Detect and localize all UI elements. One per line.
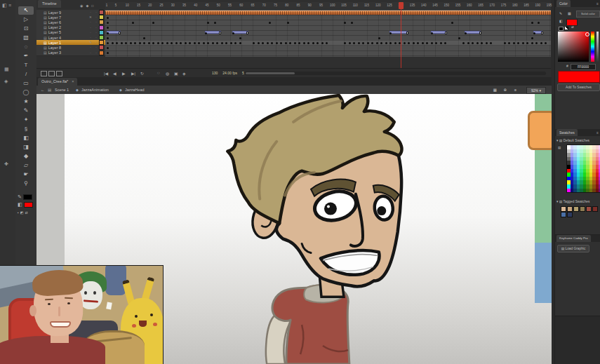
keyframe-dot[interactable]	[121, 42, 123, 44]
timeline-h-scrollbar-thumb[interactable]	[246, 72, 295, 74]
collapse-panels-icon[interactable]: ◧	[2, 3, 7, 8]
eyedropper-tool[interactable]: ◆	[18, 152, 34, 161]
gradient-transform-tool[interactable]: ▧	[18, 34, 34, 42]
layer-outline-color[interactable]	[99, 25, 104, 30]
frame-row[interactable]	[105, 50, 551, 56]
frame-rate-value[interactable]: 24.00 fps	[222, 71, 237, 75]
default-swatches-grid[interactable]	[566, 144, 600, 193]
layer-visibility-dot[interactable]: ·	[88, 26, 93, 29]
swap-colors-icon[interactable]: ⇄	[571, 25, 574, 29]
playhead-handle[interactable]	[399, 2, 404, 9]
keyframe-dot[interactable]	[444, 42, 446, 44]
stroke-color-control[interactable]: ✎	[18, 194, 34, 200]
color-default-swap-controls[interactable]: ▪ ◩ ⇄	[18, 209, 34, 215]
load-graphic-button[interactable]: ▤ Load Graphic	[557, 245, 589, 252]
keyframe-dot[interactable]	[198, 42, 200, 44]
eraser-tool[interactable]: ▱	[18, 161, 34, 170]
hue-slider[interactable]	[591, 32, 594, 62]
keyframe-dot[interactable]	[531, 42, 533, 44]
onion-skin-icon[interactable]: ◍	[166, 71, 169, 76]
keyframe-dot[interactable]	[358, 42, 360, 44]
keyframe-dot[interactable]	[408, 42, 410, 44]
layer-visibility-headers[interactable]: ◉◆□	[80, 4, 104, 8]
keyframe-dot[interactable]	[431, 32, 433, 34]
keyframe-dot[interactable]	[490, 42, 492, 44]
rectangle-tool[interactable]: ▭	[18, 79, 34, 88]
swatch-rail-icon[interactable]: ▤	[558, 146, 561, 149]
keyframe-dot[interactable]	[232, 32, 234, 34]
keyframe-dot[interactable]	[367, 42, 369, 44]
free-transform-tool[interactable]: ⊡	[18, 25, 34, 33]
tagged-swatch[interactable]	[561, 212, 566, 217]
layer-name[interactable]: Layer 6	[48, 20, 88, 25]
keyframe-dot[interactable]	[276, 42, 278, 44]
keyframe-dot[interactable]	[112, 42, 114, 44]
tagged-swatch[interactable]	[567, 206, 573, 212]
docked-panel-icon-1[interactable]: ▦	[4, 67, 9, 72]
keyframe-dot[interactable]	[321, 42, 324, 44]
keyframe-dot[interactable]	[404, 42, 406, 44]
keyframe-dot[interactable]	[312, 42, 314, 44]
layer-visibility-dot[interactable]: ✎	[88, 41, 93, 44]
playback-icon[interactable]: |◀	[104, 71, 108, 76]
keyframe-dot[interactable]	[134, 42, 136, 44]
keyframe-dot[interactable]	[531, 22, 533, 24]
keyframe-dot[interactable]	[171, 42, 173, 44]
layer-name[interactable]: Layer 2	[48, 25, 88, 29]
delete-layer-button[interactable]	[56, 71, 62, 76]
onion-skin-icon[interactable]: ▣	[174, 71, 178, 76]
layer-name[interactable]: Layer 5	[48, 30, 88, 34]
saturation-cursor[interactable]	[585, 32, 589, 36]
zoom-tool[interactable]: ⚲	[18, 180, 34, 188]
keyframe-dot[interactable]	[253, 42, 255, 44]
keyframe-dot[interactable]	[504, 42, 506, 44]
keyframe-dot[interactable]	[298, 42, 300, 44]
chevron-down-icon[interactable]: ▾	[556, 200, 558, 203]
tween-span[interactable]	[465, 31, 481, 34]
back-icon[interactable]: ←	[41, 86, 45, 94]
no-color-chip[interactable]	[565, 27, 568, 29]
keyframe-dot[interactable]	[440, 42, 442, 44]
keyframe-dot[interactable]	[285, 42, 287, 44]
keyframe-dot[interactable]	[225, 42, 227, 44]
keyframe-dot[interactable]	[526, 42, 528, 44]
layer-outline-color[interactable]	[99, 10, 104, 15]
keyframe-dot[interactable]	[148, 42, 150, 44]
keyframe-dot[interactable]	[212, 42, 214, 44]
keyframe-dot[interactable]	[376, 42, 378, 44]
keyframe-dot[interactable]	[517, 42, 519, 44]
lasso-tool[interactable]: ◌	[18, 43, 34, 51]
keyframe-dot[interactable]	[239, 42, 241, 44]
tween-span[interactable]	[431, 31, 447, 34]
keyframe-dot[interactable]	[203, 42, 205, 44]
line-tool[interactable]: /	[18, 70, 34, 79]
selection-tool[interactable]: ↖	[18, 6, 34, 15]
paint-bucket-tool[interactable]: ◧	[18, 134, 34, 142]
keyframe-dot[interactable]	[139, 42, 141, 44]
keyframe-dot[interactable]	[465, 32, 467, 34]
panel-menu-icon[interactable]: ≡	[596, 1, 599, 6]
layer-lock-dot[interactable]: ·	[93, 31, 99, 34]
keyframe-dot[interactable]	[185, 42, 187, 44]
keyframe-dot[interactable]	[380, 42, 382, 44]
layer-lock-dot[interactable]: ·	[93, 51, 99, 55]
tween-span[interactable]	[205, 31, 221, 34]
layer-lock-dot[interactable]: ·	[93, 41, 99, 44]
keyframe-dot[interactable]	[214, 22, 216, 24]
tagged-swatch[interactable]	[580, 206, 585, 212]
keyframe-dot[interactable]	[481, 42, 483, 44]
keyframe-dot[interactable]	[216, 42, 218, 44]
layer-visibility-dot[interactable]: ·	[88, 46, 93, 49]
tagged-swatch[interactable]	[567, 212, 573, 217]
keyframe-dot[interactable]	[107, 52, 109, 54]
polystar-tool[interactable]: ★	[18, 97, 34, 106]
layer-column-header-icon[interactable]: ◆	[86, 4, 88, 8]
editbar-menu-icon[interactable]: ≡	[514, 86, 516, 94]
keyframe-dot[interactable]	[175, 42, 178, 44]
layer-lock-dot[interactable]: ·	[93, 26, 99, 29]
keyframe-dot[interactable]	[157, 42, 159, 44]
keyframe-dot[interactable]	[385, 42, 387, 44]
subselection-tool[interactable]: ▷	[18, 15, 34, 24]
keyframe-dot[interactable]	[271, 42, 273, 44]
current-frame-value[interactable]: 130	[212, 71, 218, 75]
